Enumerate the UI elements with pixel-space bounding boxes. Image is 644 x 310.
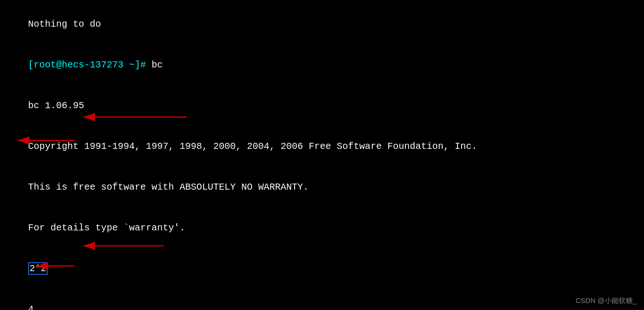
line-warranty-1: This is free software with ABSOLUTELY NO… bbox=[6, 167, 638, 207]
text-copyright-1: Copyright 1991-1994, 1997, 1998, 2000, 2… bbox=[28, 141, 477, 152]
text-warranty-1: This is free software with ABSOLUTELY NO… bbox=[28, 182, 309, 192]
watermark-text: CSDN @小能软糖_ bbox=[576, 296, 637, 304]
cmd-bc-1: bc bbox=[146, 59, 163, 70]
prompt-1: [root@hecs-137273 ~]# bbox=[28, 59, 146, 70]
line-details-1: For details type `warranty'. bbox=[6, 207, 638, 248]
line-nothing-to-do: Nothing to do bbox=[6, 4, 638, 44]
line-bc-version-1: bc 1.06.95 bbox=[6, 85, 638, 126]
text-nothing-to-do: Nothing to do bbox=[28, 19, 101, 30]
text-bc-version-1: bc 1.06.95 bbox=[28, 100, 84, 111]
text-details-1: For details type `warranty'. bbox=[28, 222, 185, 233]
line-result-4: 4 bbox=[6, 289, 638, 310]
line-2x2: 2*2 bbox=[6, 248, 638, 289]
highlight-2x2: 2*2 bbox=[28, 262, 48, 275]
line-prompt-bc-1: [root@hecs-137273 ~]# bc bbox=[6, 44, 638, 85]
text-result-4: 4 bbox=[28, 304, 34, 310]
terminal: Nothing to do [root@hecs-137273 ~]# bc b… bbox=[0, 0, 644, 310]
line-copyright-1: Copyright 1991-1994, 1997, 1998, 2000, 2… bbox=[6, 126, 638, 167]
watermark: CSDN @小能软糖_ bbox=[576, 296, 637, 305]
